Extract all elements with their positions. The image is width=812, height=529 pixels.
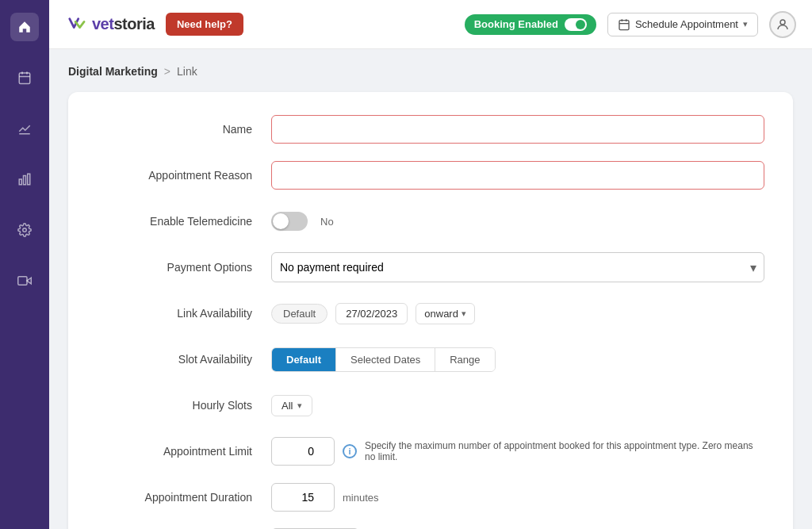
payment-options-wrapper: No payment required Payment required Opt… [271,252,764,282]
header-right: Booking Enabled Schedule Appointment ▾ [465,11,796,38]
svg-point-15 [780,20,785,25]
hourly-slots-row: Hourly Slots All ▾ [97,390,764,420]
link-availability-options: Default 27/02/2023 onward ▾ [271,303,475,324]
appointment-reason-label: Appointment Reason [97,169,271,182]
payment-options-select[interactable]: No payment required Payment required Opt… [271,252,764,282]
slot-tab-default[interactable]: Default [272,348,336,371]
payment-options-control: No payment required Payment required Opt… [271,252,764,282]
name-control [271,115,764,144]
header: vetstoria Need help? Booking Enabled Sch… [49,0,812,49]
appointment-limit-row: Appointment Limit i Specify the maximum … [97,436,764,466]
name-row: Name [97,114,764,144]
appointment-reason-control [271,161,764,190]
appointment-limit-info-text: Specify the maximum number of appointmen… [365,440,764,462]
link-availability-onward-label: onward [424,308,458,320]
hourly-slots-control: All ▾ [271,395,764,416]
payment-options-label: Payment Options [97,261,271,274]
link-availability-row: Link Availability Default 27/02/2023 onw… [97,298,764,328]
telemedicine-toggle-state: No [320,216,334,228]
name-label: Name [97,123,271,136]
link-availability-default[interactable]: Default [271,304,327,324]
chevron-down-icon: ▾ [743,19,748,29]
hourly-slots-value: All [282,400,293,412]
slot-availability-tabs: Default Selected Dates Range [271,347,496,372]
svg-rect-0 [19,73,30,84]
slot-tab-range[interactable]: Range [435,348,494,371]
payment-options-row: Payment Options No payment required Paym… [97,252,764,282]
appointment-duration-row: Appointment Duration minutes [97,482,764,512]
link-availability-date[interactable]: 27/02/2023 [335,303,408,324]
svg-point-8 [23,228,27,232]
sidebar-item-chart-line[interactable] [10,114,39,143]
user-avatar[interactable] [769,11,796,38]
telemedicine-row: Enable Telemedicine No [97,206,764,236]
header-left: vetstoria Need help? [65,13,243,36]
page-content: Digital Marketing > Link Name Appointmen… [49,49,812,529]
link-availability-control: Default 27/02/2023 onward ▾ [271,303,764,324]
appointment-duration-unit: minutes [343,492,379,504]
breadcrumb: Digital Marketing > Link [68,65,793,78]
svg-rect-11 [619,20,629,29]
form-card: Name Appointment Reason Enable Telemedic… [68,92,793,529]
chevron-down-icon: ▾ [297,401,302,411]
logo: vetstoria [65,15,155,33]
appointment-limit-info-icon: i [343,444,357,458]
sidebar-item-calendar[interactable] [10,63,39,92]
booking-toggle[interactable] [565,18,587,31]
breadcrumb-separator: > [164,65,170,78]
booking-enabled-badge[interactable]: Booking Enabled [465,14,596,35]
slot-availability-label: Slot Availability [97,353,271,366]
booking-enabled-label: Booking Enabled [474,18,558,30]
appointment-limit-input[interactable] [271,437,335,466]
link-availability-date-value: 27/02/2023 [346,308,397,320]
name-input[interactable] [271,115,764,144]
svg-rect-6 [24,176,26,185]
telemedicine-toggle-knob [273,213,289,229]
svg-rect-5 [19,179,21,185]
breadcrumb-parent: Digital Marketing [68,65,158,78]
telemedicine-label: Enable Telemedicine [97,215,271,228]
telemedicine-toggle[interactable] [271,212,308,231]
appointment-duration-input[interactable] [271,483,335,512]
svg-marker-9 [27,278,31,284]
need-help-button[interactable]: Need help? [166,13,243,36]
link-availability-label: Link Availability [97,307,271,320]
slot-availability-control: Default Selected Dates Range [271,347,764,372]
sidebar [0,0,49,529]
main-area: vetstoria Need help? Booking Enabled Sch… [49,0,812,529]
svg-rect-7 [28,174,30,185]
appointment-limit-label: Appointment Limit [97,445,271,458]
appointment-duration-label: Appointment Duration [97,491,271,504]
appointment-reason-input[interactable] [271,161,764,190]
appointment-reason-row: Appointment Reason [97,160,764,190]
hourly-slots-label: Hourly Slots [97,399,271,412]
svg-rect-10 [18,277,27,286]
slot-availability-row: Slot Availability Default Selected Dates… [97,344,764,374]
logo-text: vetstoria [92,15,155,33]
hourly-slots-select[interactable]: All ▾ [271,395,312,416]
link-availability-onward[interactable]: onward ▾ [416,303,475,324]
sidebar-item-home[interactable] [10,13,39,41]
schedule-appointment-button[interactable]: Schedule Appointment ▾ [607,13,758,36]
appointment-duration-control: minutes [271,483,764,512]
chevron-down-icon: ▾ [462,309,466,319]
calendar-icon [618,18,630,31]
telemedicine-control: No [271,212,764,231]
sidebar-item-bar-chart[interactable] [10,165,39,194]
schedule-appointment-label: Schedule Appointment [635,18,738,30]
breadcrumb-current: Link [177,65,197,78]
sidebar-item-video[interactable] [10,266,39,295]
appointment-limit-control: i Specify the maximum number of appointm… [271,437,764,466]
slot-tab-selected-dates[interactable]: Selected Dates [336,348,435,371]
sidebar-item-settings[interactable] [10,216,39,244]
